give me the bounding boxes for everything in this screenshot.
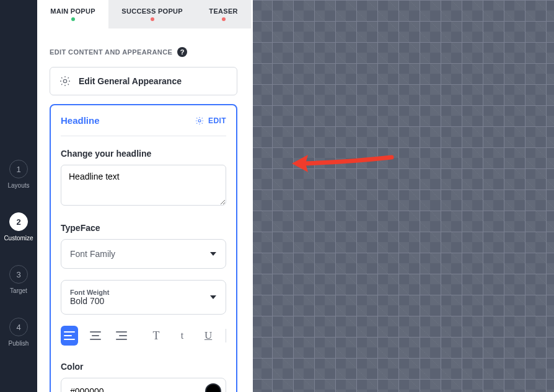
nav-step-customize[interactable]: 2 Customize [4,212,33,242]
section-heading-row: EDIT CONTENT AND APPEARANCE ? [50,47,237,57]
lowercase-button[interactable]: t [174,326,191,346]
preview-canvas[interactable] [251,0,554,392]
edit-label: EDIT [208,116,226,125]
nav-step-layouts[interactable]: 1 Layouts [7,160,29,189]
tab-status-dot [71,17,75,21]
tab-label: SUCCESS POPUP [121,7,183,15]
edit-general-appearance-button[interactable]: Edit General Appearance [50,67,237,95]
nav-step-circle: 2 [9,212,28,231]
card-title: Headline [61,115,100,126]
tab-success-popup[interactable]: SUCCESS POPUP [108,0,196,28]
chevron-down-icon [210,295,216,299]
canvas-left-edge [251,0,253,392]
align-center-button[interactable] [87,326,104,346]
align-left-button[interactable] [61,326,78,346]
font-family-value: Font Family [61,239,226,269]
svg-point-1 [198,120,201,122]
tab-label: TEASER [209,7,237,15]
color-label: Color [61,362,226,372]
tab-teaser[interactable]: TEASER [196,0,251,28]
nav-step-target[interactable]: 3 Target [9,265,28,294]
nav-step-label: Publish [9,340,29,347]
font-weight-mini-label: Font Weight [70,289,201,296]
chevron-down-icon [210,252,216,256]
align-right-button[interactable] [113,326,130,346]
headline-field-label: Change your headline [61,149,226,159]
help-icon[interactable]: ? [177,47,187,57]
tab-status-dot [151,17,154,21]
gear-icon [195,116,204,126]
font-family-select[interactable]: Font Family [61,239,226,269]
annotation-arrow-icon [289,146,395,177]
nav-step-publish[interactable]: 4 Publish [9,318,29,347]
underline-button[interactable]: U [200,326,217,346]
gear-icon [59,75,71,87]
toolbar-divider [226,329,226,342]
step-nav-rail: 1 Layouts 2 Customize 3 Target 4 Publish [0,0,37,392]
tab-main-popup[interactable]: MAIN POPUP [37,0,108,28]
align-center-icon [90,331,101,340]
text-format-toolbar: T t U [61,326,226,346]
svg-point-0 [63,79,66,82]
font-weight-value: Bold 700 [70,296,201,306]
nav-step-label: Target [10,287,27,294]
nav-step-circle: 4 [9,318,28,336]
nav-step-circle: 3 [9,265,28,284]
color-hex-input[interactable] [61,378,226,392]
button-label: Edit General Appearance [79,76,182,86]
headline-input[interactable] [61,165,226,206]
svg-marker-11 [292,155,308,172]
uppercase-button[interactable]: T [147,326,165,346]
color-field [61,378,226,392]
tab-label: MAIN POPUP [50,7,95,15]
editor-panel-body[interactable]: EDIT CONTENT AND APPEARANCE ? Edit Gener… [37,28,251,392]
align-right-icon [116,331,127,340]
popup-tabs: MAIN POPUP SUCCESS POPUP TEASER [37,0,251,28]
tab-status-dot [222,17,226,21]
editor-panel: MAIN POPUP SUCCESS POPUP TEASER EDIT CON… [37,0,251,392]
align-left-icon [64,331,75,340]
card-edit-button[interactable]: EDIT [195,116,226,126]
font-weight-select[interactable]: Font Weight Bold 700 [61,280,226,315]
nav-step-circle: 1 [9,160,28,178]
headline-card: Headline EDIT Change your headline TypeF… [50,104,237,392]
section-heading: EDIT CONTENT AND APPEARANCE [50,48,172,56]
typeface-label: TypeFace [61,223,226,233]
card-header: Headline EDIT [61,115,226,136]
nav-step-label: Layouts [7,182,29,189]
nav-step-label: Customize [4,235,33,242]
